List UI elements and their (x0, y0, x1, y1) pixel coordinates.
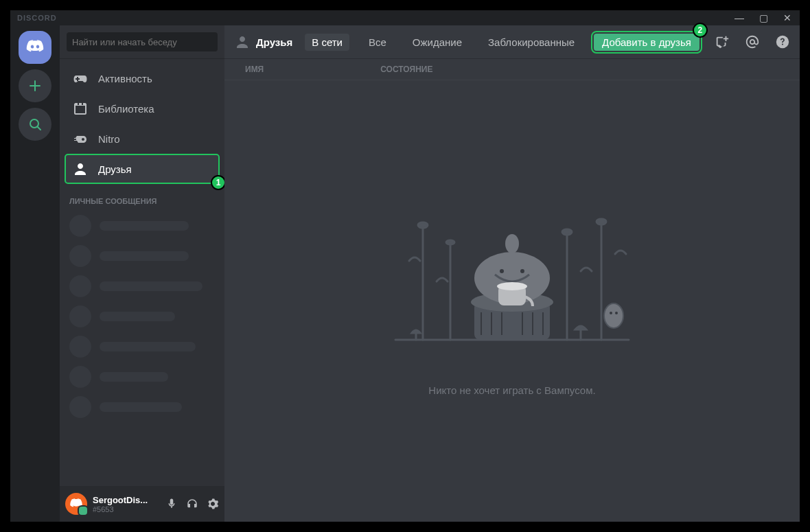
maximize-icon[interactable]: ▢ (759, 12, 768, 23)
main-header: Друзья В сети Все Ожидание Заблокированн… (224, 25, 800, 58)
dm-placeholder (65, 332, 219, 362)
close-icon[interactable]: ✕ (783, 12, 791, 23)
svg-point-29 (615, 312, 618, 314)
user-name: SergootDis... (93, 495, 160, 505)
wumpus-illustration (375, 206, 649, 364)
sidebar-item-friends[interactable]: Друзья 1 (65, 154, 219, 183)
svg-point-6 (446, 240, 454, 244)
svg-point-8 (562, 229, 572, 235)
svg-point-10 (597, 219, 606, 224)
add-server-button[interactable] (19, 69, 51, 102)
main-area: Друзья В сети Все Ожидание Заблокированн… (224, 25, 800, 522)
gamepad-icon (72, 70, 89, 86)
sidebar-item-label: Друзья (98, 163, 132, 175)
svg-point-26 (497, 282, 527, 290)
tab-blocked[interactable]: Заблокированные (481, 34, 581, 51)
dm-search-input[interactable] (67, 32, 218, 51)
tab-pending[interactable]: Ожидание (406, 34, 469, 51)
annotation-step-2: 2 (693, 23, 708, 38)
dm-placeholder (65, 271, 219, 301)
svg-point-28 (610, 312, 612, 314)
empty-state: Никто не хочет играть с Вампусом. (224, 80, 800, 522)
add-friend-label: Добавить в друзья (602, 36, 691, 48)
sidebar-scroll[interactable]: Активность Библиотека Nitro (60, 58, 224, 486)
friends-header-icon (234, 34, 251, 50)
nitro-icon (72, 130, 89, 147)
settings-icon[interactable] (207, 498, 219, 510)
user-avatar[interactable] (65, 493, 87, 515)
tab-online[interactable]: В сети (305, 34, 349, 51)
help-icon[interactable] (775, 34, 790, 49)
svg-point-27 (604, 303, 623, 328)
table-header: ИМЯ СОСТОЯНИЕ (224, 58, 800, 80)
sidebar-item-label: Активность (98, 73, 152, 84)
sidebar-item-label: Библиотека (98, 103, 154, 115)
column-status: СОСТОЯНИЕ (380, 65, 432, 74)
page-title: Друзья (256, 36, 292, 48)
svg-point-22 (505, 234, 519, 253)
home-button[interactable] (19, 31, 51, 64)
add-friend-button[interactable]: Добавить в друзья 2 (594, 34, 699, 51)
sidebar-item-label: Nitro (98, 133, 120, 145)
explore-button[interactable] (19, 108, 51, 141)
sidebar-item-activity[interactable]: Активность (65, 64, 219, 93)
titlebar: DISCORD — ▢ ✕ (10, 10, 800, 25)
annotation-step-1: 1 (211, 175, 224, 190)
discord-logo-icon (25, 40, 45, 55)
column-name: ИМЯ (245, 65, 264, 74)
search-icon (28, 117, 42, 131)
guilds-rail (10, 25, 60, 522)
svg-point-23 (500, 269, 504, 273)
new-group-dm-icon[interactable] (715, 34, 730, 49)
svg-point-4 (418, 222, 428, 228)
dm-placeholder (65, 241, 219, 271)
sidebar-item-library[interactable]: Библиотека (65, 94, 219, 123)
minimize-icon[interactable]: — (734, 12, 744, 23)
dm-section-header: ЛИЧНЫЕ СООБЩЕНИЯ (65, 185, 219, 211)
user-tag: #5653 (93, 505, 160, 513)
sidebar: Активность Библиотека Nitro (60, 25, 224, 522)
library-icon (72, 100, 89, 117)
dm-placeholder (65, 392, 219, 422)
plus-icon (28, 79, 42, 93)
user-panel: SergootDis... #5653 (60, 486, 224, 522)
friends-icon (72, 161, 89, 177)
mute-icon[interactable] (165, 498, 178, 510)
dm-placeholder (65, 301, 219, 332)
dm-placeholder (65, 362, 219, 392)
tab-all[interactable]: Все (362, 34, 393, 51)
svg-point-0 (30, 119, 38, 128)
mentions-icon[interactable] (745, 34, 760, 49)
dm-placeholder (65, 211, 219, 241)
window-controls: — ▢ ✕ (734, 12, 797, 23)
empty-state-message: Никто не хочет играть с Вампусом. (428, 384, 595, 396)
user-info[interactable]: SergootDis... #5653 (93, 495, 160, 513)
svg-point-24 (520, 269, 524, 273)
app-name: DISCORD (13, 14, 57, 22)
deafen-icon[interactable] (186, 498, 198, 510)
sidebar-item-nitro[interactable]: Nitro (65, 124, 219, 153)
